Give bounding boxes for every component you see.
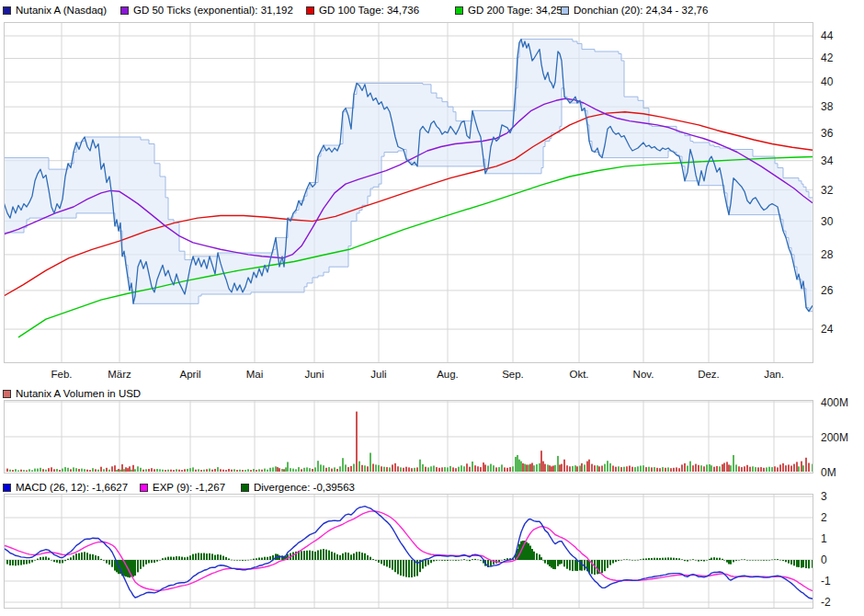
- volume-bar: [134, 469, 136, 472]
- volume-bar: [37, 469, 39, 472]
- volume-bar: [552, 466, 554, 473]
- divergence-bar: [597, 560, 598, 574]
- divergence-bar: [28, 560, 30, 564]
- volume-bar: [256, 470, 257, 472]
- divergence-bar: [12, 560, 14, 565]
- volume-bar: [681, 464, 683, 472]
- divergence-bar: [744, 559, 745, 560]
- volume-bar: [788, 464, 790, 472]
- volume-swatch-icon: [3, 390, 11, 398]
- volume-bar: [612, 466, 614, 473]
- divergence-bar: [86, 553, 88, 560]
- volume-bar: [584, 464, 585, 472]
- volume-bar: [544, 464, 546, 472]
- volume-bar: [225, 470, 227, 472]
- volume-bar: [347, 467, 349, 472]
- divergence-bar: [678, 558, 680, 560]
- divergence-bar: [452, 560, 454, 561]
- divergence-bar: [728, 560, 730, 565]
- legend-item-gd100[interactable]: GD 100 Tage: 34,736: [306, 3, 419, 17]
- price-ytick-30: 30: [821, 215, 833, 228]
- volume-bar: [189, 468, 191, 472]
- divergence-bar: [656, 558, 658, 560]
- volume-bar: [444, 467, 446, 472]
- volume-bar: [173, 470, 175, 472]
- divergence-bar: [755, 560, 756, 561]
- legend-item-donchian[interactable]: Donchian (20): 24,34 - 32,76: [561, 3, 708, 17]
- legend-label-gd50: GD 50 Ticks (exponential): 31,192: [133, 5, 293, 16]
- legend-label-divergence: Divergence: -0,39563: [254, 482, 355, 493]
- divergence-bar: [805, 560, 807, 568]
- volume-bar: [339, 466, 341, 472]
- divergence-bar: [211, 553, 213, 560]
- divergence-bar: [533, 552, 535, 560]
- divergence-bar: [189, 555, 191, 560]
- volume-bar: [416, 467, 418, 472]
- volume-bar: [397, 466, 399, 472]
- volume-bar: [331, 469, 333, 472]
- volume-bar: [597, 465, 598, 472]
- legend-item-volume[interactable]: Nutanix A Volumen in USD: [3, 386, 141, 401]
- volume-bar: [460, 465, 462, 472]
- divergence-bar: [342, 553, 344, 560]
- macd-plot[interactable]: [4, 494, 813, 609]
- divergence-bar: [325, 550, 327, 560]
- price-chart-plot[interactable]: [4, 22, 813, 363]
- volume-bar: [272, 467, 274, 472]
- volume-bar: [42, 469, 44, 472]
- divergence-bar: [176, 556, 177, 560]
- volume-bar: [598, 466, 600, 472]
- volume-bar: [452, 467, 454, 472]
- volume-bar: [723, 463, 725, 473]
- volume-bar: [342, 458, 344, 472]
- plot-border: [5, 495, 813, 609]
- legend-item-price[interactable]: Nutanix A (Nasdaq): [3, 3, 107, 17]
- divergence-bar: [802, 560, 804, 567]
- divergence-bar: [726, 560, 728, 563]
- legend-item-gd50[interactable]: GD 50 Ticks (exponential): 31,192: [120, 3, 293, 17]
- legend-item-macd[interactable]: MACD (26, 12): -1,6627: [3, 480, 128, 495]
- xtick-Nov: Nov.: [619, 369, 668, 380]
- divergence-bar: [148, 560, 150, 564]
- volume-plot[interactable]: [4, 400, 813, 473]
- divergence-bar: [554, 560, 556, 569]
- macd-swatch-icon: [3, 484, 11, 492]
- volume-bar: [386, 467, 388, 472]
- divergence-bar: [312, 551, 313, 560]
- divergence-bar: [159, 560, 161, 561]
- volume-bar: [531, 463, 533, 473]
- volume-bar: [312, 469, 313, 472]
- volume-bar: [524, 464, 526, 472]
- vol-ytick-0M: 0M: [821, 466, 836, 479]
- divergence-bar: [81, 553, 83, 560]
- legend-item-gd200[interactable]: GD 200 Tage: 34,256: [455, 3, 568, 17]
- divergence-bar: [114, 560, 116, 571]
- divergence-bar: [339, 555, 341, 560]
- divergence-bar: [84, 552, 85, 560]
- divergence-bar: [165, 558, 166, 561]
- volume-bar: [279, 468, 280, 472]
- legend-item-exp[interactable]: EXP (9): -1,267: [140, 480, 225, 495]
- gd100-swatch-icon: [306, 6, 314, 15]
- volume-bar: [547, 464, 549, 472]
- divergence-bar: [547, 560, 549, 565]
- divergence-bar: [526, 542, 528, 561]
- volume-bar: [520, 462, 522, 472]
- xtick-Jan: Jan.: [749, 369, 799, 380]
- volume-bar: [132, 465, 134, 472]
- volume-bar: [436, 467, 438, 472]
- divergence-bar: [531, 549, 533, 560]
- volume-bar: [323, 465, 324, 472]
- divergence-bar: [253, 559, 255, 560]
- volume-bar: [12, 470, 14, 472]
- volume-bar: [239, 470, 241, 472]
- divergence-bar: [6, 560, 8, 565]
- divergence-bar: [733, 560, 734, 562]
- legend-item-divergence[interactable]: Divergence: -0,39563: [241, 480, 355, 495]
- volume-bar: [709, 464, 711, 472]
- divergence-swatch-icon: [241, 484, 249, 492]
- divergence-bar: [187, 557, 188, 560]
- volume-bar: [394, 463, 396, 472]
- volume-bar: [303, 468, 305, 472]
- volume-bar: [290, 468, 291, 472]
